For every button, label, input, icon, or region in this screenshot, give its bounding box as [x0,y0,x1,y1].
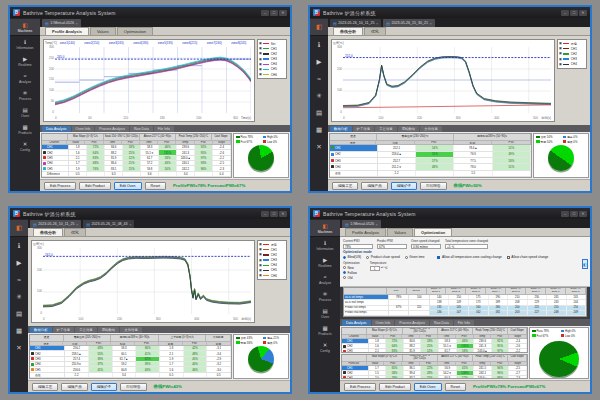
field-value-input[interactable]: 67% [377,244,407,249]
field-value-input[interactable]: +5 ℃ [445,244,488,249]
close-button[interactable]: ✕ [579,10,587,16]
sub-tab[interactable]: 曲线分析 [333,27,363,35]
checkbox-icon[interactable]: ▣ [259,63,262,66]
sidebar-item[interactable]: ≈ [10,271,28,288]
maximize-button[interactable]: □ [570,211,578,217]
minimize-button[interactable]: – [561,10,569,16]
sidebar-item[interactable]: ◧ [10,220,28,237]
minimize-button[interactable]: – [261,211,269,217]
sidebar-item[interactable]: ✕ [10,339,28,356]
action-button[interactable]: Edit Oven [114,182,142,190]
sidebar-item[interactable]: ✳ Process [10,87,40,104]
legend-item[interactable]: ▣ CH6 [259,274,285,278]
checkbox-icon[interactable]: ▣ [259,248,262,251]
checkbox-icon[interactable] [507,256,510,259]
close-tab-icon[interactable]: × [376,21,378,26]
legend-item[interactable]: ▣ CH4 [259,62,285,66]
file-tab[interactable]: ▤ 1#Metcal-0526 × [42,19,81,27]
file-tab[interactable]: ▤ 1#Metcal-0526 × [342,220,381,228]
checkbox-icon[interactable]: ▣ [259,269,262,272]
legend-item[interactable]: ▣ CH2 [259,253,285,257]
sidebar-item[interactable]: ✕ Config [10,138,40,155]
action-button[interactable]: Edit Process [44,182,76,190]
radio-option[interactable]: Follow [343,271,360,275]
sidebar-item[interactable]: ✳ Process [310,288,340,305]
legend-item[interactable]: ▣ CH4 [559,62,585,66]
checkbox-option[interactable]: Allow chain speed change [507,255,549,259]
close-tab-icon[interactable]: × [129,222,131,227]
sidebar-item[interactable]: ▶ [310,53,328,70]
table-row[interactable]: CH3 2.183%81.912%61.758%243.0▲97%-2.2 [342,349,527,353]
sidebar-item[interactable]: ◧ [310,19,328,36]
checkbox-icon[interactable] [437,256,440,259]
legend-item[interactable]: ▣ 设定 [259,243,285,247]
sidebar-item[interactable]: ▦ [310,121,328,138]
legend-item[interactable]: ▣ 环境 [559,42,585,46]
sidebar-item[interactable]: ≈ [310,70,328,87]
close-tab-icon[interactable]: × [76,222,78,227]
radio-icon[interactable] [343,271,346,274]
radio-option[interactable]: Old [343,276,360,280]
action-button[interactable]: 编辑炉子 [91,383,117,391]
maximize-button[interactable]: □ [270,211,278,217]
stepper-value[interactable]: 1 [370,266,380,271]
legend-item[interactable]: ▣ CH2 [259,52,285,56]
checkbox-icon[interactable]: ▣ [259,47,262,50]
close-button[interactable]: ✕ [279,211,287,217]
radio-option[interactable]: Blind(US) [343,255,361,259]
radio-icon[interactable] [366,256,369,259]
radio-icon[interactable] [405,256,408,259]
sidebar-item[interactable]: ✕ Config [310,339,340,356]
minimize-button[interactable]: – [261,10,269,16]
checkbox-icon[interactable]: ▣ [259,58,262,61]
sidebar-item[interactable]: ▶ [10,254,28,271]
sidebar-item[interactable]: ✕ [310,138,328,155]
checkbox-icon[interactable]: ▣ [559,47,562,50]
sidebar-item[interactable]: ▤ [310,104,328,121]
checkbox-icon[interactable]: ▣ [259,259,262,262]
legend-item[interactable]: ▣ CH1 [259,248,285,252]
legend-item[interactable]: ▣ CH1 [559,47,585,51]
table-row[interactable]: Difference 0.56.36.63.40.4 [42,172,231,177]
close-tab-icon[interactable]: × [376,222,378,227]
table-row[interactable]: 差值 2.23.40.50.5 [30,373,231,378]
radio-icon[interactable] [343,276,346,279]
radio-icon[interactable] [343,266,346,269]
file-tab[interactable]: ▤ 2023-05-26_15_30_21 × [383,19,435,27]
legend-item[interactable]: ▣ Set [259,42,285,46]
radio-icon[interactable] [343,256,346,259]
panel-toggle-button[interactable]: ◧ [582,259,588,269]
stepper-arrows-icon[interactable]: ▴▾ [381,267,384,270]
sub-tab[interactable]: Profile Analysis [345,228,386,236]
checkbox-option[interactable]: Allow all temperature zone cooling chang… [437,255,501,259]
action-button[interactable]: 编辑工艺 [332,182,358,190]
zone-table-row[interactable]: Predict real temps 136147162182203227248… [344,311,586,316]
sidebar-item[interactable]: ✳ [310,87,328,104]
file-tab[interactable]: ▤ 2023-05-26_10_11_25 × [30,220,81,228]
checkbox-icon[interactable]: ▣ [259,243,262,246]
sidebar-item[interactable]: ≈ Analyze [10,70,40,87]
checkbox-icon[interactable]: ▣ [259,73,262,76]
checkbox-icon[interactable]: ▣ [559,52,562,55]
action-button[interactable]: Reset [145,182,166,190]
sidebar-item[interactable]: ▤ [10,305,28,322]
sidebar-item[interactable]: ℹ Information [10,36,40,53]
sidebar-item[interactable]: ▦ Products [310,322,340,339]
action-button[interactable]: Reset [445,383,466,391]
checkbox-icon[interactable]: ▣ [259,68,262,71]
legend-item[interactable]: ▣ CH3 [559,57,585,61]
legend-item[interactable]: ▣ CH1 [259,47,285,51]
sub-tab[interactable]: Profile Analysis [45,27,89,35]
action-button[interactable]: 打印报告 [420,182,446,190]
sub-tab[interactable]: 优化 [364,27,386,35]
close-tab-icon[interactable]: × [429,21,431,26]
sub-tab[interactable]: Optimization [414,228,452,236]
sidebar-item[interactable]: ✳ [10,288,28,305]
action-button[interactable]: Edit Product [379,383,411,391]
sidebar-item[interactable]: ◧ Machines [10,19,40,36]
checkbox-icon[interactable]: ▣ [259,274,262,277]
sidebar-item[interactable]: ▶ Realtime [310,254,340,271]
action-button[interactable]: Edit Process [344,383,376,391]
file-tab[interactable]: ▤ 2023-05-26_10_11_25 × [330,19,381,27]
checkbox-icon[interactable]: ▣ [559,63,562,66]
